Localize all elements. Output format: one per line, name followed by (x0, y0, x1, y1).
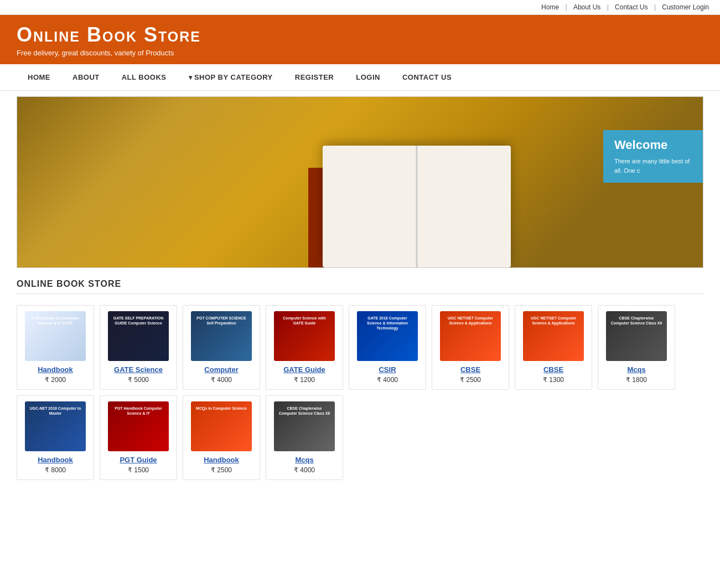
book-cover-text-12: CBSE Chapterwise Computer Science Class … (277, 404, 332, 417)
book-card-2[interactable]: GATE SELF PREPARATION GUIDE Computer Sci… (100, 305, 177, 390)
topbar-home-link[interactable]: Home (541, 3, 559, 11)
footer-spacer (0, 491, 720, 513)
book-title-9: Handbook (23, 456, 88, 464)
book-card-4[interactable]: Computer Science with GATE Guide GATE Gu… (266, 305, 343, 390)
nav-about[interactable]: ABOUT (61, 64, 111, 90)
book-price-6: ₹ 2500 (438, 376, 503, 384)
site-tagline: Free delivery, great discounts, variety … (17, 49, 174, 57)
book-price-10: ₹ 1500 (106, 466, 171, 474)
book-card-5[interactable]: GATE 2018 Computer Science & Information… (349, 305, 426, 390)
book-cover-6: UGC NET/SET Computer Science & Applicati… (440, 311, 501, 361)
banner-welcome-text: There are many little best of all. One c (614, 157, 692, 175)
book-spine-1 (308, 168, 324, 267)
book-card-7[interactable]: UGC NET/SET Computer Science & Applicati… (515, 305, 592, 390)
book-cover-text-2: GATE SELF PREPARATION GUIDE Computer Sci… (111, 314, 166, 327)
book-title-11: Handbook (189, 456, 254, 464)
main-nav: HOME ABOUT ALL BOOKS SHOP BY CATEGORY RE… (0, 63, 720, 91)
book-price-11: ₹ 2500 (189, 466, 254, 474)
book-cover-text-6: UGC NET/SET Computer Science & Applicati… (443, 314, 498, 327)
site-title: Online Book Store (17, 23, 201, 47)
book-cover-7: UGC NET/SET Computer Science & Applicati… (523, 311, 584, 361)
book-cover-5: GATE 2018 Computer Science & Information… (357, 311, 418, 361)
book-price-8: ₹ 1800 (604, 376, 669, 384)
book-cover-12: CBSE Chapterwise Computer Science Class … (274, 401, 335, 451)
book-price-7: ₹ 1300 (521, 376, 586, 384)
book-title-12: Mcqs (272, 456, 337, 464)
nav-register[interactable]: REGISTER (284, 64, 345, 90)
book-price-5: ₹ 4000 (355, 376, 420, 384)
book-price-1: ₹ 2000 (23, 376, 88, 384)
topbar-about-link[interactable]: About Us (573, 3, 600, 11)
book-cover-9: UGC-NET 2018 Computer to Master (25, 401, 86, 451)
topbar-customer-login-link[interactable]: Customer Login (662, 3, 709, 11)
book-cover-text-5: GATE 2018 Computer Science & Information… (360, 314, 415, 332)
book-title-1: Handbook (23, 365, 88, 374)
book-card-11[interactable]: MCQs in Computer Science Handbook ₹ 2500 (183, 395, 260, 480)
book-cover-2: GATE SELF PREPARATION GUIDE Computer Sci… (108, 311, 169, 361)
book-price-3: ₹ 4000 (189, 376, 254, 384)
book-cover-4: Computer Science with GATE Guide (274, 311, 335, 361)
banner-welcome-box: Welcome There are many little best of al… (603, 130, 703, 183)
nav-contact[interactable]: CONTACT US (391, 64, 463, 90)
nav-home[interactable]: HOME (17, 64, 61, 90)
book-title-10: PGT Guide (106, 456, 171, 464)
book-cover-text-9: UGC-NET 2018 Computer to Master (28, 404, 83, 417)
book-card-1[interactable]: A Handbook on Computer Science & IT GATE… (17, 305, 94, 390)
book-price-2: ₹ 5000 (106, 376, 171, 384)
book-price-9: ₹ 8000 (23, 466, 88, 474)
banner-books-decoration (17, 97, 703, 267)
book-card-9[interactable]: UGC-NET 2018 Computer to Master Handbook… (17, 395, 94, 480)
book-card-3[interactable]: PGT COMPUTER SCIENCE Self Preparation Co… (183, 305, 260, 390)
book-title-2: GATE Science (106, 365, 171, 374)
book-card-12[interactable]: CBSE Chapterwise Computer Science Class … (266, 395, 343, 480)
book-cover-10: PGT Handbook Computer Science & IT (108, 401, 169, 451)
book-cover-text-4: Computer Science with GATE Guide (277, 314, 332, 327)
book-cover-text-10: PGT Handbook Computer Science & IT (111, 404, 166, 417)
book-cover-text-7: UGC NET/SET Computer Science & Applicati… (526, 314, 581, 327)
book-card-6[interactable]: UGC NET/SET Computer Science & Applicati… (432, 305, 509, 390)
book-title-7: CBSE (521, 365, 586, 374)
book-title-6: CBSE (438, 365, 503, 374)
nav-all-books[interactable]: ALL BOOKS (111, 64, 178, 90)
book-cover-8: CBSE Chapterwise Computer Science Class … (606, 311, 667, 361)
open-book-decoration (323, 146, 511, 267)
banner-welcome-title: Welcome (614, 138, 692, 152)
topbar-contact-link[interactable]: Contact Us (615, 3, 648, 11)
book-title-8: Mcqs (604, 365, 669, 374)
book-cover-text-8: CBSE Chapterwise Computer Science Class … (609, 314, 664, 327)
book-cover-3: PGT COMPUTER SCIENCE Self Preparation (191, 311, 252, 361)
section-title: ONLINE BOOK STORE (17, 279, 703, 294)
nav-category-link[interactable]: SHOP BY CATEGORY (178, 64, 284, 90)
book-card-8[interactable]: CBSE Chapterwise Computer Science Class … (598, 305, 675, 390)
hero-banner: Welcome There are many little best of al… (17, 96, 703, 268)
site-header: Online Book Store Free delivery, great d… (0, 15, 720, 63)
book-title-4: GATE Guide (272, 365, 337, 374)
book-price-12: ₹ 4000 (272, 466, 337, 474)
book-card-10[interactable]: PGT Handbook Computer Science & IT PGT G… (100, 395, 177, 480)
book-title-5: CSIR (355, 365, 420, 374)
nav-login[interactable]: LOGIN (345, 64, 391, 90)
top-bar: Home | About Us | Contact Us | Customer … (0, 0, 720, 15)
book-title-3: Computer (189, 365, 254, 374)
book-cover-text-1: A Handbook on Computer Science & IT GATE (28, 314, 83, 327)
book-cover-1: A Handbook on Computer Science & IT GATE (25, 311, 86, 361)
books-section: ONLINE BOOK STORE A Handbook on Computer… (17, 279, 703, 480)
book-price-4: ₹ 1200 (272, 376, 337, 384)
book-cover-11: MCQs in Computer Science (191, 401, 252, 451)
nav-category-dropdown[interactable]: SHOP BY CATEGORY (178, 64, 284, 90)
book-cover-text-3: PGT COMPUTER SCIENCE Self Preparation (194, 314, 249, 327)
book-cover-text-11: MCQs in Computer Science (194, 404, 249, 412)
book-grid: A Handbook on Computer Science & IT GATE… (17, 305, 703, 480)
